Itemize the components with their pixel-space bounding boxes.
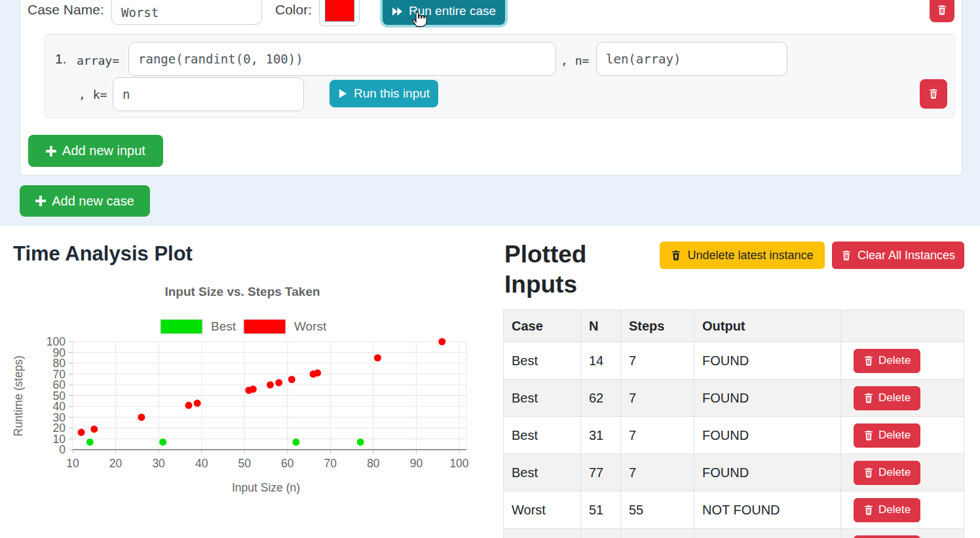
table-cell-steps: 7 bbox=[621, 417, 694, 454]
table-row: Worst5155NOT FOUNDDelete bbox=[504, 492, 964, 529]
table-cell-steps: 7 bbox=[621, 342, 694, 380]
table-cell-n: 31 bbox=[581, 417, 621, 454]
delete-row-button[interactable]: Delete bbox=[854, 461, 920, 485]
table-header-cell bbox=[841, 310, 964, 342]
trash-icon bbox=[863, 393, 874, 404]
svg-text:100: 100 bbox=[449, 457, 468, 470]
clear-all-instances-button[interactable]: Clear All Instances bbox=[832, 242, 964, 269]
table-cell-case: Best bbox=[504, 454, 581, 492]
table-cell-output: FOUND bbox=[694, 454, 841, 492]
table-cell-output: FOUND bbox=[694, 380, 841, 417]
table-cell-steps: 7 bbox=[621, 380, 694, 417]
table-cell-action: Delete bbox=[841, 380, 964, 417]
table-cell-n: 14 bbox=[581, 342, 621, 380]
svg-text:80: 80 bbox=[367, 457, 380, 470]
input-index-label: 1. bbox=[55, 51, 67, 67]
trash-icon bbox=[863, 467, 874, 478]
svg-text:Input Size vs. Steps Taken: Input Size vs. Steps Taken bbox=[164, 285, 320, 298]
plotted-inputs-table: CaseNStepsOutputBest147FOUNDDeleteBest62… bbox=[503, 310, 964, 538]
mouse-cursor bbox=[411, 9, 429, 28]
table-header-cell: N bbox=[581, 310, 621, 342]
case-name-input[interactable]: Worst bbox=[111, 0, 262, 25]
delete-row-button[interactable]: Delete bbox=[854, 423, 920, 448]
run-entire-case-button[interactable]: Run entire case bbox=[383, 0, 505, 25]
table-cell-output bbox=[694, 529, 841, 538]
svg-text:60: 60 bbox=[281, 457, 294, 470]
table-cell-output: FOUND bbox=[694, 342, 841, 380]
add-new-case-button[interactable]: Add new case bbox=[20, 185, 150, 217]
table-cell-steps: 55 bbox=[621, 492, 694, 529]
svg-text:20: 20 bbox=[109, 457, 122, 470]
table-row: Best777FOUNDDelete bbox=[504, 454, 964, 492]
svg-text:30: 30 bbox=[152, 457, 165, 470]
table-cell-case: Best bbox=[504, 380, 581, 417]
run-this-input-button[interactable]: Run this input bbox=[330, 80, 438, 107]
k-input[interactable]: n bbox=[113, 77, 304, 111]
table-cell-case: Worst bbox=[504, 492, 581, 529]
case-name-label: Case Name: bbox=[28, 2, 104, 18]
table-cell-n: 62 bbox=[581, 380, 621, 417]
table-cell-n bbox=[581, 529, 621, 538]
svg-text:90: 90 bbox=[410, 457, 423, 470]
svg-text:50: 50 bbox=[238, 457, 251, 470]
play-icon bbox=[338, 88, 348, 99]
table-header-cell: Steps bbox=[621, 310, 694, 342]
delete-input-button[interactable] bbox=[920, 79, 947, 109]
table-header-cell: Case bbox=[504, 310, 581, 342]
table-cell-action: Delete bbox=[841, 342, 964, 380]
delete-row-button[interactable]: Delete bbox=[854, 349, 920, 373]
trash-icon bbox=[928, 88, 939, 99]
trash-icon bbox=[863, 355, 874, 367]
time-analysis-chart: Input Size vs. Steps TakenBestWorst10203… bbox=[0, 278, 488, 538]
delete-row-button[interactable]: Delete bbox=[854, 498, 920, 522]
add-new-input-button[interactable]: Add new input bbox=[28, 135, 163, 167]
table-row: Best627FOUNDDelete bbox=[504, 380, 964, 417]
fast-forward-icon bbox=[392, 7, 403, 16]
color-swatch[interactable] bbox=[325, 0, 354, 22]
table-cell-n: 77 bbox=[581, 454, 621, 492]
n-input[interactable]: len(array) bbox=[596, 42, 787, 76]
table-cell-steps: 7 bbox=[621, 454, 694, 492]
undelete-latest-instance-button[interactable]: Undelete latest instance bbox=[660, 242, 825, 269]
array-input[interactable]: range(randint(0, 100)) bbox=[128, 42, 556, 76]
plotted-inputs-heading: Plotted Inputs bbox=[504, 240, 662, 300]
trash-icon bbox=[863, 505, 874, 516]
table-cell-action: Delete bbox=[841, 454, 964, 492]
table-cell-action: Delete bbox=[841, 417, 964, 454]
table-cell-case: Best bbox=[504, 342, 581, 380]
table-row: Best147FOUNDDelete bbox=[504, 342, 964, 380]
trash-icon bbox=[863, 430, 874, 441]
svg-text:100: 100 bbox=[47, 335, 66, 348]
time-analysis-plot-heading: Time Analysis Plot bbox=[13, 242, 193, 266]
delete-row-button[interactable]: Delete bbox=[854, 386, 920, 410]
n-label: , n= bbox=[561, 54, 589, 67]
delete-case-button[interactable] bbox=[930, 0, 954, 22]
table-row: Best317FOUNDDelete bbox=[504, 417, 964, 454]
trash-icon bbox=[841, 250, 852, 261]
svg-text:70: 70 bbox=[324, 457, 337, 470]
table-row: Delete bbox=[504, 529, 964, 538]
svg-text:Runtime (steps): Runtime (steps) bbox=[12, 355, 25, 437]
table-header-cell: Output bbox=[694, 310, 841, 342]
trash-restore-icon bbox=[671, 250, 681, 261]
table-cell-output: NOT FOUND bbox=[694, 492, 841, 529]
color-label: Color: bbox=[275, 2, 312, 18]
table-cell-action: Delete bbox=[841, 529, 964, 538]
array-label: array= bbox=[77, 54, 119, 67]
svg-text:Input Size (n): Input Size (n) bbox=[232, 481, 300, 494]
table-cell-case bbox=[504, 529, 581, 538]
delete-row-button[interactable]: Delete bbox=[854, 535, 920, 538]
svg-text:10: 10 bbox=[66, 457, 79, 470]
table-cell-n: 51 bbox=[581, 492, 621, 529]
table-cell-output: FOUND bbox=[694, 417, 841, 454]
table-header-row: CaseNStepsOutput bbox=[504, 310, 964, 342]
svg-text:40: 40 bbox=[195, 457, 208, 470]
table-cell-case: Best bbox=[504, 417, 581, 454]
plus-icon bbox=[35, 196, 46, 206]
svg-text:Worst: Worst bbox=[294, 319, 327, 333]
plus-icon bbox=[46, 146, 56, 156]
table-cell-steps bbox=[621, 529, 694, 538]
svg-text:Best: Best bbox=[211, 319, 236, 333]
trash-icon bbox=[937, 5, 947, 16]
k-label: , k= bbox=[79, 88, 107, 101]
